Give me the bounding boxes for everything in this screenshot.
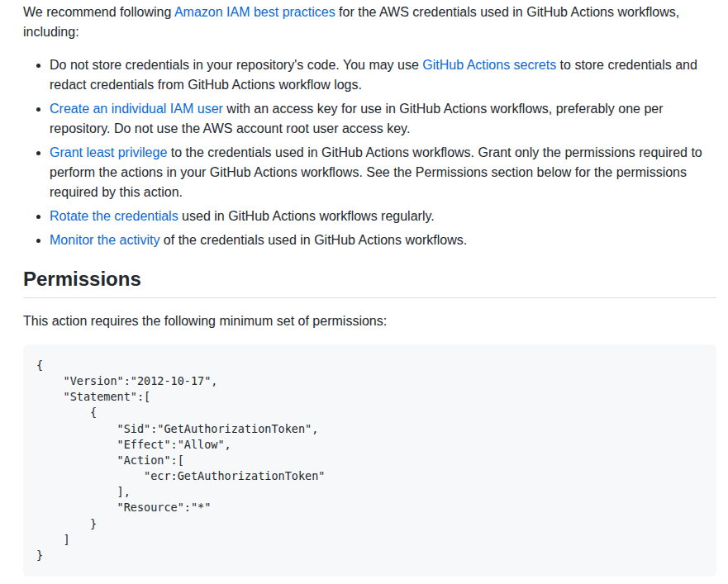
permissions-heading: Permissions [23,267,716,298]
intro-text-before: We recommend following [23,5,174,19]
bullet-text-after: of the credentials used in GitHub Action… [159,233,467,247]
iam-policy-json: { "Version":"2012-10-17", "Statement":[ … [36,358,703,563]
iam-policy-code-block: { "Version":"2012-10-17", "Statement":[ … [23,344,716,577]
bullet-text-before: Do not store credentials in your reposit… [50,58,422,72]
permissions-intro-paragraph: This action requires the following minim… [23,311,716,331]
create-iam-user-link[interactable]: Create an individual IAM user [50,102,223,116]
list-item-monitor-activity: Monitor the activity of the credentials … [50,230,716,250]
amazon-iam-best-practices-link[interactable]: Amazon IAM best practices [174,5,335,19]
grant-least-privilege-link[interactable]: Grant least privilege [50,145,167,159]
monitor-activity-link[interactable]: Monitor the activity [50,233,159,247]
readme-content: We recommend following Amazon IAM best p… [23,2,716,577]
bullet-text-after: used in GitHub Actions workflows regular… [178,209,435,223]
best-practices-list: Do not store credentials in your reposit… [23,55,716,250]
list-item-individual-iam-user: Create an individual IAM user with an ac… [50,99,716,139]
list-item-store-credentials: Do not store credentials in your reposit… [50,55,716,95]
rotate-credentials-link[interactable]: Rotate the credentials [50,209,178,223]
list-item-rotate-credentials: Rotate the credentials used in GitHub Ac… [50,207,716,226]
github-actions-secrets-link[interactable]: GitHub Actions secrets [422,58,556,72]
list-item-least-privilege: Grant least privilege to the credentials… [50,143,716,202]
intro-paragraph: We recommend following Amazon IAM best p… [23,2,716,42]
